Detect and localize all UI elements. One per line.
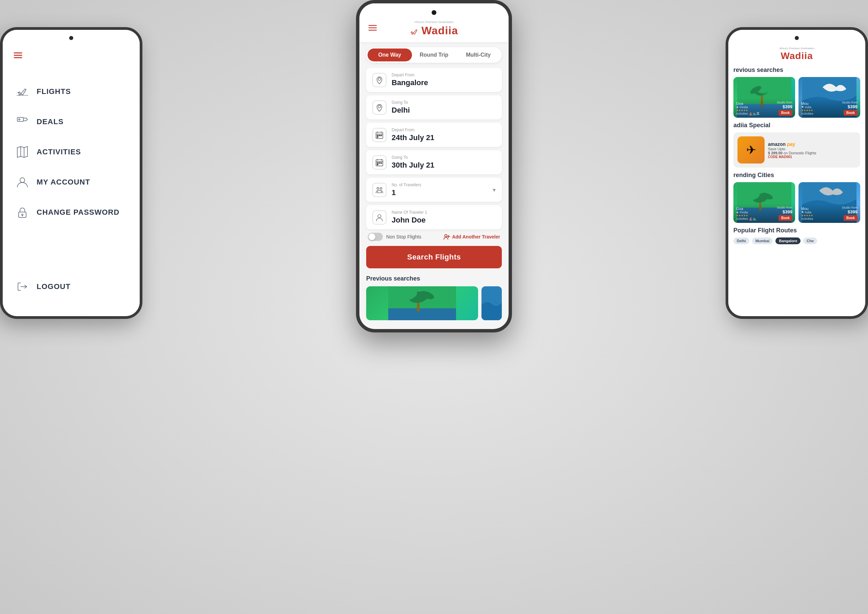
calendar-depart-icon: [372, 128, 386, 142]
plane-icon: [15, 84, 30, 99]
svg-point-52: [445, 235, 447, 237]
non-stop-toggle[interactable]: [368, 233, 383, 241]
going-date-content: Going To 30th July 21: [392, 155, 496, 169]
depart-from-label: Depart From: [392, 73, 496, 77]
trending-card-1[interactable]: Goa ★ Findia ★★★★★ Activities ⛵🏊 Studio …: [733, 182, 795, 223]
going-to-field[interactable]: Going To Delhi: [366, 95, 502, 120]
travellers-field[interactable]: No. of Travellers 1 ▾: [366, 178, 502, 202]
tab-multi-city[interactable]: Multi-City: [456, 48, 501, 61]
sidebar-item-my-account[interactable]: MY ACCOUNT: [3, 167, 140, 197]
svg-rect-48: [377, 164, 378, 165]
svg-point-4: [19, 119, 20, 120]
prev-search-img-2[interactable]: [482, 286, 502, 320]
special-title: adiia Special: [733, 122, 860, 129]
svg-point-32: [378, 105, 380, 107]
traveler-name-value: John Doe: [392, 216, 496, 225]
sidebar-item-logout[interactable]: LOGOUT: [15, 274, 128, 299]
going-to-value: Delhi: [392, 106, 496, 115]
popular-routes-title: Popular Flight Routes: [733, 227, 860, 234]
phone-left: FLIGHTS DEALS: [0, 27, 143, 319]
route-tab-che[interactable]: Che: [803, 238, 817, 244]
going-date-label: Going To: [392, 155, 496, 160]
left-header: [3, 30, 140, 70]
menu-icon[interactable]: [368, 23, 377, 34]
user-icon: [15, 174, 30, 190]
sidebar-item-flights[interactable]: FLIGHTS: [3, 76, 140, 107]
book-button-mou[interactable]: Book: [843, 110, 857, 116]
center-logo: Africa's Premium Destination Wadiia: [377, 20, 491, 37]
svg-rect-40: [377, 136, 378, 137]
route-tab-mumbai[interactable]: Mumbai: [752, 238, 773, 244]
going-date-field[interactable]: Going To 30th July 21: [366, 150, 502, 174]
svg-rect-38: [379, 135, 380, 136]
search-flights-button[interactable]: Search Flights: [366, 246, 502, 268]
svg-point-51: [378, 215, 381, 218]
promo-code: CODE MAD001: [768, 155, 856, 159]
non-stop-group: Non Stop Flights: [368, 233, 422, 241]
tag-icon: [15, 114, 30, 129]
sidebar-item-label: CHANGE PASSWORD: [37, 208, 119, 217]
phone-right: Africa's Premium Destination Wadiia revi…: [725, 27, 868, 319]
app-name: Wadiia: [781, 51, 813, 61]
sidebar-item-label: ACTIVITIES: [37, 148, 81, 156]
destination-card-goa[interactable]: Goa ★ Findia ★★★★★ Activities ⛵🏊🏝 Studio…: [733, 77, 795, 118]
svg-rect-3: [17, 117, 23, 121]
svg-rect-47: [381, 163, 382, 163]
tab-round-trip[interactable]: Round Trip: [412, 48, 456, 61]
book-button-trending-2[interactable]: Book: [843, 215, 857, 221]
previous-searches-images: [366, 286, 502, 320]
prev-search-img-1[interactable]: [366, 286, 478, 320]
travellers-dropdown-icon: ▾: [493, 186, 496, 194]
svg-rect-56: [388, 308, 456, 320]
sidebar-item-change-password[interactable]: CHANGE PASSWORD: [3, 197, 140, 227]
calendar-return-icon: [372, 155, 386, 169]
tab-one-way[interactable]: One Way: [367, 48, 412, 61]
trending-card-2[interactable]: Mou ⚑ India ★★★★★ Activities Studio from…: [798, 182, 860, 223]
svg-rect-46: [379, 163, 380, 163]
route-tab-bangalore[interactable]: Bangalore: [775, 238, 801, 244]
depart-date-field[interactable]: Depart From 24th July 21: [366, 123, 502, 147]
airplane-deco: ✈: [738, 136, 764, 163]
map-icon: [15, 144, 30, 159]
svg-rect-45: [377, 163, 378, 163]
traveler-name-label: Name Of Traveler 1: [392, 210, 496, 215]
previous-searches-title: revious searches: [733, 67, 860, 74]
traveler-user-icon: [372, 210, 386, 225]
trip-type-tabs: One Way Round Trip Multi-City: [366, 47, 502, 63]
traveler-name-field[interactable]: Name Of Traveler 1 John Doe: [366, 205, 502, 229]
logout-icon: [15, 279, 30, 294]
save-text: Save Upto: [768, 147, 856, 151]
going-to-content: Going To Delhi: [392, 100, 496, 115]
svg-point-8: [20, 178, 25, 182]
extras-row: Non Stop Flights Add Another Traveler: [366, 233, 502, 241]
sidebar-item-activities[interactable]: ACTIVITIES: [3, 137, 140, 167]
svg-point-31: [378, 78, 380, 80]
sidebar-item-label: DEALS: [37, 117, 64, 126]
right-header: Africa's Premium Destination Wadiia: [728, 30, 865, 67]
non-stop-label: Non Stop Flights: [386, 234, 422, 239]
app-name-center: Wadiia: [422, 25, 458, 37]
location-pin-icon: [372, 73, 386, 87]
svg-rect-37: [377, 135, 378, 136]
route-tab-delhi[interactable]: Delhi: [733, 238, 749, 244]
depart-from-field[interactable]: Depart From Bangalore: [366, 68, 502, 92]
destination-card-mou[interactable]: Mou ⚑ India ★★★★★ Activities Studio from…: [798, 77, 860, 118]
sidebar-item-deals[interactable]: DEALS: [3, 107, 140, 137]
sidebar-item-label: MY ACCOUNT: [37, 178, 90, 187]
destination-pin-icon: [372, 100, 386, 115]
trending-cards-row: Goa ★ Findia ★★★★★ Activities ⛵🏊 Studio …: [733, 182, 860, 223]
add-traveler-button[interactable]: Add Another Traveler: [443, 233, 500, 240]
travellers-label: No. of Travellers: [392, 182, 488, 187]
going-date-value: 30th July 21: [392, 161, 496, 169]
hamburger-icon[interactable]: [13, 50, 23, 63]
svg-point-50: [380, 187, 382, 189]
traveler-name-content: Name Of Traveler 1 John Doe: [392, 210, 496, 225]
center-header: Africa's Premium Destination Wadiia: [360, 3, 508, 42]
book-button-goa[interactable]: Book: [778, 110, 792, 116]
book-button-trending-1[interactable]: Book: [778, 215, 792, 221]
lock-icon: [15, 205, 30, 220]
destination-cards-row: Goa ★ Findia ★★★★★ Activities ⛵🏊🏝 Studio…: [733, 77, 860, 118]
card-overlay-goa: Goa ★ Findia ★★★★★ Activities ⛵🏊🏝 Studio…: [733, 99, 795, 118]
center-body: One Way Round Trip Multi-City Depart Fro…: [360, 42, 508, 329]
right-logo: Africa's Premium Destination Wadiia: [780, 47, 814, 61]
